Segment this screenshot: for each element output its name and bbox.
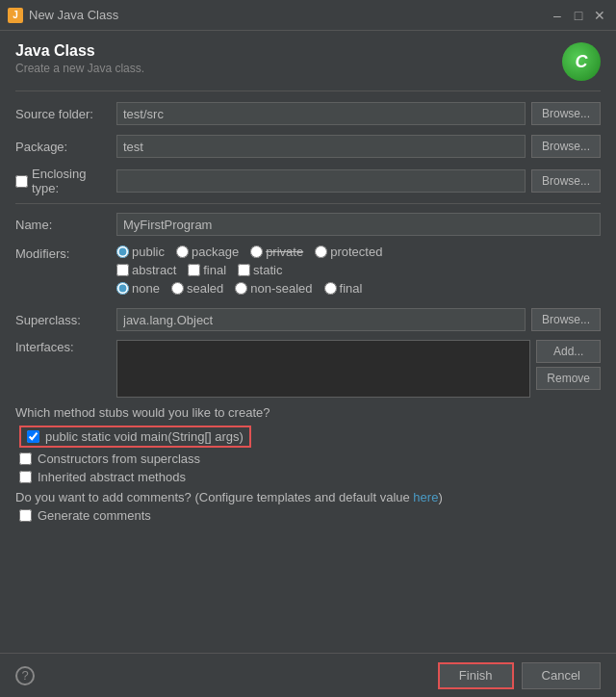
- modifier-static-label: static: [253, 263, 282, 277]
- modifier-final2-radio[interactable]: [324, 282, 337, 295]
- stub-constructors-row: Constructors from superclass: [19, 452, 601, 466]
- modifier-final-checkbox[interactable]: [188, 264, 200, 276]
- modifier-public-label: public: [132, 245, 165, 259]
- divider-1: [15, 203, 601, 204]
- modifier-package[interactable]: package: [176, 245, 239, 259]
- header-section: Java Class Create a new Java class. C: [15, 42, 601, 91]
- superclass-label: Superclass:: [15, 313, 116, 327]
- method-stubs-title: Which method stubs would you like to cre…: [15, 405, 601, 420]
- bottom-buttons: Finish Cancel: [438, 662, 601, 689]
- dialog-body: Java Class Create a new Java class. C So…: [0, 31, 616, 538]
- modifier-abstract[interactable]: abstract: [116, 263, 176, 277]
- enclosing-type-checkbox-label[interactable]: Enclosing type:: [15, 167, 116, 195]
- modifiers-section: Modifiers: public package private: [15, 245, 601, 299]
- modifier-none-radio[interactable]: [116, 282, 129, 295]
- comments-question-end: ): [438, 490, 442, 504]
- source-folder-label: Source folder:: [15, 107, 116, 121]
- modifier-sealed-label: sealed: [187, 281, 223, 296]
- modifiers-row-2: abstract final static: [116, 263, 601, 277]
- modifier-package-label: package: [192, 245, 239, 259]
- modifiers-row-1: public package private protected: [116, 245, 601, 259]
- source-folder-input[interactable]: [116, 102, 526, 125]
- name-input[interactable]: [116, 213, 601, 236]
- superclass-row: Superclass: Browse...: [15, 307, 601, 332]
- header-text: Java Class Create a new Java class.: [15, 42, 144, 75]
- generate-comments-label: Generate comments: [38, 508, 151, 523]
- header-title: Java Class: [15, 42, 144, 60]
- stub-main-row-highlighted: public static void main(String[] args): [19, 426, 251, 448]
- cancel-button[interactable]: Cancel: [522, 662, 601, 689]
- modifier-nonsealed[interactable]: non-sealed: [235, 281, 312, 296]
- enclosing-type-row: Enclosing type: Browse...: [15, 167, 601, 195]
- stub-main-checkbox[interactable]: [27, 430, 39, 443]
- generate-comments-checkbox[interactable]: [19, 509, 32, 522]
- stub-inherited-row: Inherited abstract methods: [19, 470, 601, 484]
- modifier-protected-label: protected: [330, 245, 382, 259]
- modifier-abstract-label: abstract: [132, 263, 176, 277]
- comments-here-link[interactable]: here: [413, 490, 438, 504]
- stub-inherited-checkbox[interactable]: [19, 471, 32, 483]
- modifier-private[interactable]: private: [250, 245, 303, 259]
- app-icon: J: [8, 8, 23, 23]
- modifier-public[interactable]: public: [116, 245, 165, 259]
- comments-question-text: Do you want to add comments? (Configure …: [15, 490, 413, 504]
- modifier-final-label: final: [203, 263, 226, 277]
- source-folder-control: Browse...: [116, 102, 601, 125]
- enclosing-type-label-wrap: Enclosing type:: [15, 167, 116, 195]
- source-folder-browse[interactable]: Browse...: [531, 102, 601, 125]
- java-logo: C: [562, 42, 601, 81]
- modifier-final[interactable]: final: [188, 263, 226, 277]
- help-icon[interactable]: ?: [15, 666, 35, 685]
- stub-constructors-checkbox[interactable]: [19, 452, 32, 465]
- package-browse[interactable]: Browse...: [531, 135, 601, 158]
- package-input[interactable]: [116, 135, 526, 158]
- interfaces-box: [116, 340, 530, 398]
- modifier-none[interactable]: none: [116, 281, 160, 296]
- enclosing-type-input[interactable]: [116, 169, 526, 193]
- modifier-public-radio[interactable]: [116, 245, 129, 258]
- name-label: Name:: [15, 218, 116, 232]
- enclosing-type-browse[interactable]: Browse...: [531, 169, 601, 193]
- maximize-button[interactable]: □: [570, 7, 587, 24]
- interfaces-row: Interfaces: Add... Remove: [15, 340, 601, 398]
- method-stubs-section: Which method stubs would you like to cre…: [15, 405, 601, 484]
- name-control: [116, 213, 601, 236]
- header-subtitle: Create a new Java class.: [15, 62, 144, 75]
- modifier-protected-radio[interactable]: [315, 245, 327, 258]
- modifier-sealed-radio[interactable]: [171, 282, 184, 295]
- modifiers-row-3: none sealed non-sealed final: [116, 281, 601, 296]
- modifier-final2[interactable]: final: [324, 281, 363, 296]
- close-button[interactable]: ✕: [591, 7, 608, 24]
- superclass-input[interactable]: [116, 308, 526, 331]
- modifier-static[interactable]: static: [238, 263, 282, 277]
- source-folder-row: Source folder: Browse...: [15, 101, 601, 126]
- enclosing-type-checkbox[interactable]: [15, 175, 28, 188]
- interfaces-remove-button[interactable]: Remove: [536, 367, 601, 390]
- interfaces-label: Interfaces:: [15, 340, 116, 354]
- modifier-sealed[interactable]: sealed: [171, 281, 223, 296]
- modifier-none-label: none: [132, 281, 160, 296]
- finish-button[interactable]: Finish: [438, 662, 514, 689]
- modifier-package-radio[interactable]: [176, 245, 189, 258]
- stub-constructors-label: Constructors from superclass: [38, 452, 200, 466]
- comments-question: Do you want to add comments? (Configure …: [15, 490, 601, 504]
- minimize-button[interactable]: –: [549, 7, 566, 24]
- modifier-protected[interactable]: protected: [315, 245, 382, 259]
- superclass-control: Browse...: [116, 308, 601, 331]
- comments-section: Do you want to add comments? (Configure …: [15, 490, 601, 523]
- bottom-bar: ? Finish Cancel: [0, 653, 616, 697]
- stub-inherited-label: Inherited abstract methods: [38, 470, 186, 484]
- stub-main-label: public static void main(String[] args): [45, 429, 244, 444]
- modifier-nonsealed-radio[interactable]: [235, 282, 247, 295]
- superclass-browse[interactable]: Browse...: [531, 308, 601, 331]
- modifier-private-radio[interactable]: [250, 245, 263, 258]
- modifier-static-checkbox[interactable]: [238, 264, 250, 276]
- modifier-private-label: private: [266, 245, 303, 259]
- title-bar-text: New Java Class: [29, 8, 543, 22]
- modifier-final2-label: final: [340, 281, 363, 296]
- interfaces-add-button[interactable]: Add...: [536, 340, 601, 363]
- modifier-abstract-checkbox[interactable]: [116, 264, 129, 276]
- interfaces-buttons: Add... Remove: [536, 340, 601, 390]
- title-bar-controls: – □ ✕: [549, 7, 608, 24]
- modifier-nonsealed-label: non-sealed: [250, 281, 312, 296]
